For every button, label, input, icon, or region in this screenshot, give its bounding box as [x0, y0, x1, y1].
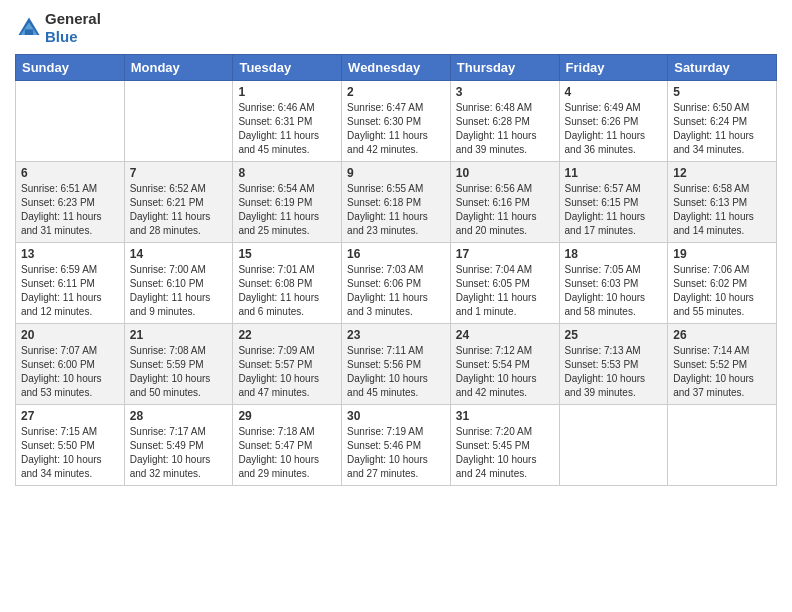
day-info: Sunrise: 7:03 AMSunset: 6:06 PMDaylight:… — [347, 263, 445, 319]
day-number: 27 — [21, 409, 119, 423]
day-number: 15 — [238, 247, 336, 261]
calendar-cell: 20Sunrise: 7:07 AMSunset: 6:00 PMDayligh… — [16, 324, 125, 405]
day-info: Sunrise: 6:50 AMSunset: 6:24 PMDaylight:… — [673, 101, 771, 157]
day-number: 24 — [456, 328, 554, 342]
weekday-header-monday: Monday — [124, 55, 233, 81]
day-info: Sunrise: 6:52 AMSunset: 6:21 PMDaylight:… — [130, 182, 228, 238]
day-info: Sunrise: 7:17 AMSunset: 5:49 PMDaylight:… — [130, 425, 228, 481]
day-number: 17 — [456, 247, 554, 261]
calendar-cell — [16, 81, 125, 162]
calendar-cell: 26Sunrise: 7:14 AMSunset: 5:52 PMDayligh… — [668, 324, 777, 405]
weekday-header-sunday: Sunday — [16, 55, 125, 81]
day-info: Sunrise: 7:00 AMSunset: 6:10 PMDaylight:… — [130, 263, 228, 319]
day-number: 9 — [347, 166, 445, 180]
calendar-cell: 19Sunrise: 7:06 AMSunset: 6:02 PMDayligh… — [668, 243, 777, 324]
week-row-3: 13Sunrise: 6:59 AMSunset: 6:11 PMDayligh… — [16, 243, 777, 324]
day-info: Sunrise: 7:06 AMSunset: 6:02 PMDaylight:… — [673, 263, 771, 319]
logo-text: General Blue — [45, 10, 101, 46]
calendar-cell: 5Sunrise: 6:50 AMSunset: 6:24 PMDaylight… — [668, 81, 777, 162]
day-info: Sunrise: 7:15 AMSunset: 5:50 PMDaylight:… — [21, 425, 119, 481]
week-row-1: 1Sunrise: 6:46 AMSunset: 6:31 PMDaylight… — [16, 81, 777, 162]
calendar-cell: 16Sunrise: 7:03 AMSunset: 6:06 PMDayligh… — [342, 243, 451, 324]
calendar-cell: 24Sunrise: 7:12 AMSunset: 5:54 PMDayligh… — [450, 324, 559, 405]
day-info: Sunrise: 6:56 AMSunset: 6:16 PMDaylight:… — [456, 182, 554, 238]
week-row-2: 6Sunrise: 6:51 AMSunset: 6:23 PMDaylight… — [16, 162, 777, 243]
calendar-cell — [124, 81, 233, 162]
day-info: Sunrise: 7:19 AMSunset: 5:46 PMDaylight:… — [347, 425, 445, 481]
day-info: Sunrise: 7:14 AMSunset: 5:52 PMDaylight:… — [673, 344, 771, 400]
day-info: Sunrise: 7:01 AMSunset: 6:08 PMDaylight:… — [238, 263, 336, 319]
day-number: 19 — [673, 247, 771, 261]
day-info: Sunrise: 7:20 AMSunset: 5:45 PMDaylight:… — [456, 425, 554, 481]
calendar-cell: 12Sunrise: 6:58 AMSunset: 6:13 PMDayligh… — [668, 162, 777, 243]
calendar-cell: 9Sunrise: 6:55 AMSunset: 6:18 PMDaylight… — [342, 162, 451, 243]
calendar-cell: 11Sunrise: 6:57 AMSunset: 6:15 PMDayligh… — [559, 162, 668, 243]
day-number: 1 — [238, 85, 336, 99]
day-number: 6 — [21, 166, 119, 180]
day-info: Sunrise: 7:04 AMSunset: 6:05 PMDaylight:… — [456, 263, 554, 319]
calendar-cell: 22Sunrise: 7:09 AMSunset: 5:57 PMDayligh… — [233, 324, 342, 405]
day-number: 5 — [673, 85, 771, 99]
day-info: Sunrise: 6:57 AMSunset: 6:15 PMDaylight:… — [565, 182, 663, 238]
day-number: 7 — [130, 166, 228, 180]
day-info: Sunrise: 6:47 AMSunset: 6:30 PMDaylight:… — [347, 101, 445, 157]
calendar-cell: 6Sunrise: 6:51 AMSunset: 6:23 PMDaylight… — [16, 162, 125, 243]
day-info: Sunrise: 7:07 AMSunset: 6:00 PMDaylight:… — [21, 344, 119, 400]
calendar-cell: 7Sunrise: 6:52 AMSunset: 6:21 PMDaylight… — [124, 162, 233, 243]
day-info: Sunrise: 7:18 AMSunset: 5:47 PMDaylight:… — [238, 425, 336, 481]
day-info: Sunrise: 7:05 AMSunset: 6:03 PMDaylight:… — [565, 263, 663, 319]
day-number: 23 — [347, 328, 445, 342]
calendar-cell: 13Sunrise: 6:59 AMSunset: 6:11 PMDayligh… — [16, 243, 125, 324]
calendar-cell: 29Sunrise: 7:18 AMSunset: 5:47 PMDayligh… — [233, 405, 342, 486]
calendar-cell: 23Sunrise: 7:11 AMSunset: 5:56 PMDayligh… — [342, 324, 451, 405]
week-row-4: 20Sunrise: 7:07 AMSunset: 6:00 PMDayligh… — [16, 324, 777, 405]
weekday-header-friday: Friday — [559, 55, 668, 81]
day-info: Sunrise: 7:09 AMSunset: 5:57 PMDaylight:… — [238, 344, 336, 400]
calendar-cell: 1Sunrise: 6:46 AMSunset: 6:31 PMDaylight… — [233, 81, 342, 162]
day-number: 8 — [238, 166, 336, 180]
day-number: 22 — [238, 328, 336, 342]
svg-rect-2 — [25, 29, 33, 35]
day-number: 16 — [347, 247, 445, 261]
day-number: 31 — [456, 409, 554, 423]
day-info: Sunrise: 6:46 AMSunset: 6:31 PMDaylight:… — [238, 101, 336, 157]
calendar-cell: 14Sunrise: 7:00 AMSunset: 6:10 PMDayligh… — [124, 243, 233, 324]
week-row-5: 27Sunrise: 7:15 AMSunset: 5:50 PMDayligh… — [16, 405, 777, 486]
day-info: Sunrise: 6:49 AMSunset: 6:26 PMDaylight:… — [565, 101, 663, 157]
day-number: 2 — [347, 85, 445, 99]
calendar-cell: 18Sunrise: 7:05 AMSunset: 6:03 PMDayligh… — [559, 243, 668, 324]
weekday-header-saturday: Saturday — [668, 55, 777, 81]
weekday-header-thursday: Thursday — [450, 55, 559, 81]
day-info: Sunrise: 6:58 AMSunset: 6:13 PMDaylight:… — [673, 182, 771, 238]
day-info: Sunrise: 6:48 AMSunset: 6:28 PMDaylight:… — [456, 101, 554, 157]
calendar-cell: 17Sunrise: 7:04 AMSunset: 6:05 PMDayligh… — [450, 243, 559, 324]
calendar-cell: 15Sunrise: 7:01 AMSunset: 6:08 PMDayligh… — [233, 243, 342, 324]
day-info: Sunrise: 6:51 AMSunset: 6:23 PMDaylight:… — [21, 182, 119, 238]
day-number: 12 — [673, 166, 771, 180]
day-number: 26 — [673, 328, 771, 342]
day-number: 13 — [21, 247, 119, 261]
calendar-cell: 3Sunrise: 6:48 AMSunset: 6:28 PMDaylight… — [450, 81, 559, 162]
day-number: 10 — [456, 166, 554, 180]
day-number: 4 — [565, 85, 663, 99]
day-number: 11 — [565, 166, 663, 180]
calendar-cell: 8Sunrise: 6:54 AMSunset: 6:19 PMDaylight… — [233, 162, 342, 243]
logo-icon — [15, 14, 43, 42]
weekday-header-row: SundayMondayTuesdayWednesdayThursdayFrid… — [16, 55, 777, 81]
day-number: 29 — [238, 409, 336, 423]
day-number: 14 — [130, 247, 228, 261]
calendar-cell: 25Sunrise: 7:13 AMSunset: 5:53 PMDayligh… — [559, 324, 668, 405]
calendar-cell: 21Sunrise: 7:08 AMSunset: 5:59 PMDayligh… — [124, 324, 233, 405]
calendar-cell: 4Sunrise: 6:49 AMSunset: 6:26 PMDaylight… — [559, 81, 668, 162]
day-info: Sunrise: 6:59 AMSunset: 6:11 PMDaylight:… — [21, 263, 119, 319]
calendar-cell: 31Sunrise: 7:20 AMSunset: 5:45 PMDayligh… — [450, 405, 559, 486]
weekday-header-tuesday: Tuesday — [233, 55, 342, 81]
calendar-cell: 10Sunrise: 6:56 AMSunset: 6:16 PMDayligh… — [450, 162, 559, 243]
day-number: 30 — [347, 409, 445, 423]
day-number: 20 — [21, 328, 119, 342]
header: General Blue — [15, 10, 777, 46]
day-number: 25 — [565, 328, 663, 342]
day-info: Sunrise: 7:12 AMSunset: 5:54 PMDaylight:… — [456, 344, 554, 400]
day-info: Sunrise: 7:13 AMSunset: 5:53 PMDaylight:… — [565, 344, 663, 400]
calendar-cell — [559, 405, 668, 486]
